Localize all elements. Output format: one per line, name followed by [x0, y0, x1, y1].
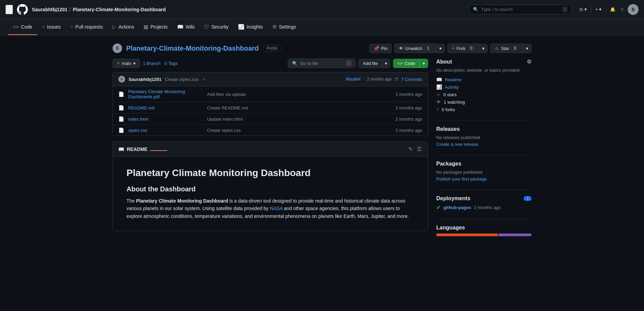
code-button[interactable]: <> Code [393, 59, 420, 68]
readme-book-icon: 📖 [118, 146, 124, 152]
issues-icon: ○ [42, 24, 45, 30]
reponav-item-security[interactable]: 🛡 Security [199, 19, 233, 35]
breadcrumb-user[interactable]: Saurabhtbj1201 [32, 7, 67, 12]
unwatch-dropdown[interactable]: ▾ [436, 44, 445, 53]
security-icon: 🛡 [204, 24, 209, 30]
search-box[interactable]: 🔍 / [469, 5, 571, 14]
reponav-item-wiki[interactable]: 📖 Wiki [172, 19, 199, 35]
file-time: 2 months ago [395, 128, 422, 133]
readme-tab-indicator [150, 150, 167, 151]
go-to-file-label: Go to file [300, 61, 318, 66]
star-dropdown[interactable]: ▾ [523, 44, 531, 53]
reponav: <> Code ○ Issues ⑂ Pull requests ▷ Actio… [0, 19, 644, 35]
avatar[interactable]: S [628, 4, 639, 15]
sidebar-watching-item: 👁 1 watching [436, 99, 531, 105]
book-icon: 📖 [436, 77, 442, 82]
copilot-button[interactable]: ⊙ ▾ [578, 5, 588, 13]
topnav-actions: ⊙ ▾ + ▾ 🔔 ⑂ S [578, 4, 639, 15]
file-icon: 📄 [118, 91, 124, 97]
releases-desc: No releases published [436, 135, 531, 140]
sidebar-gear-icon[interactable]: ⚙ [527, 58, 531, 65]
sidebar-deployments-section: Deployments 1 ✔ github-pages 2 months ag… [436, 195, 531, 211]
sidebar-releases-section: Releases No releases published Create a … [436, 126, 531, 147]
reponav-item-issues[interactable]: ○ Issues [37, 19, 66, 35]
star-button[interactable]: ☆ Star 0 [490, 44, 523, 53]
file-table-header: S Saurabhtbj1201 Create styles.css ✓ 98a… [113, 72, 428, 86]
fork-dropdown[interactable]: ▾ [479, 44, 488, 53]
commits-link[interactable]: 7 Commits [401, 77, 422, 82]
code-icon: <> [13, 24, 19, 30]
commit-check-icon: ✓ [202, 77, 206, 82]
commit-author-name[interactable]: Saurabhtbj1201 [129, 77, 162, 82]
languages-title-text: Languages [436, 225, 465, 231]
sidebar-languages-title: Languages [436, 225, 531, 231]
commit-time: 2 months ago [367, 77, 392, 82]
branches-link[interactable]: 1 Branch [143, 61, 160, 66]
repo-title[interactable]: Planetary-Climate-Monitoring-Dashboard [126, 45, 259, 52]
star-group: ☆ Star 0 ▾ [490, 44, 531, 53]
file-name[interactable]: Planetary Climate Monitoring Dashboarde.… [128, 89, 203, 99]
readme-content: Planetary Climate Monitoring Dashboard A… [113, 157, 428, 231]
code-dropdown[interactable]: ▾ [420, 59, 428, 68]
search-icon: 🔍 [473, 7, 478, 12]
fork-button[interactable]: ⑂ Fork 0 [447, 44, 479, 53]
sidebar-activity-item: 📊 Activity [436, 84, 531, 90]
menu-button[interactable]: ☰ [5, 5, 13, 14]
wiki-icon: 📖 [177, 24, 184, 30]
reponav-label-pullrequests: Pull requests [75, 24, 103, 30]
unwatch-label: Unwatch [405, 46, 423, 51]
pin-button[interactable]: 📌 Pin [369, 44, 392, 53]
activity-link[interactable]: Activity [445, 85, 459, 90]
fork-label: Fork [457, 46, 465, 51]
sidebar-about-desc: No description, website, or topics provi… [436, 68, 531, 73]
reponav-item-actions[interactable]: ▷ Actions [107, 19, 139, 35]
file-time: 2 months ago [395, 105, 422, 110]
sidebar-divider-2 [436, 155, 531, 155]
add-file-group: Add file ▾ [358, 59, 390, 68]
reponav-item-insights[interactable]: 📈 Insights [233, 19, 268, 35]
eye-icon: 👁 [399, 46, 403, 51]
fork-icon-button[interactable]: ⑂ [620, 5, 625, 13]
new-button[interactable]: + ▾ [594, 5, 603, 13]
commit-hash[interactable]: 98aa8ef [345, 77, 360, 82]
star-label: Star [501, 46, 509, 51]
github-logo[interactable] [17, 4, 28, 15]
sidebar-releases-title: Releases [436, 126, 531, 132]
pin-label: Pin [381, 46, 388, 51]
branch-selector[interactable]: ⑂ main ▾ [113, 59, 140, 68]
file-name[interactable]: README.md [128, 105, 203, 110]
go-to-file[interactable]: 🔍 Go to file t [288, 58, 356, 68]
deploy-name-link[interactable]: github-pages [443, 205, 471, 210]
sidebar-about-section: About ⚙ No description, website, or topi… [436, 58, 531, 112]
notifications-button[interactable]: 🔔 [609, 5, 617, 13]
nasa-link[interactable]: NASA [270, 206, 283, 211]
deploy-check-icon: ✔ [436, 204, 441, 211]
star-icon: ☆ [495, 46, 499, 51]
sidebar-divider-3 [436, 190, 531, 190]
breadcrumb-repo[interactable]: Planetary-Climate-Monitoring-Dashboard [73, 7, 166, 12]
tags-link[interactable]: 0 Tags [165, 61, 177, 66]
reponav-item-projects[interactable]: ▦ Projects [139, 19, 172, 35]
code-icon: <> [397, 61, 403, 66]
search-input[interactable] [481, 7, 560, 12]
reponav-item-pullrequests[interactable]: ⑂ Pull requests [66, 19, 108, 35]
unwatch-button[interactable]: 👁 Unwatch 1 [394, 44, 436, 53]
activity-icon: 📊 [436, 84, 442, 90]
readme-about-text: The Planetary Climate Monitoring Dashboa… [126, 197, 414, 220]
readme-list-button[interactable]: ☰ [416, 145, 422, 153]
readme-edit-button[interactable]: ✎ [408, 145, 413, 153]
publish-package-link[interactable]: Publish your first package [436, 176, 487, 182]
create-release-link[interactable]: Create a new release [436, 142, 478, 147]
readme-link[interactable]: Readme [445, 77, 461, 82]
add-file-dropdown[interactable]: ▾ [382, 59, 390, 68]
sidebar-languages-section: Languages [436, 225, 531, 236]
file-name[interactable]: index.html [128, 117, 203, 122]
file-name[interactable]: styles.css [128, 128, 203, 133]
add-file-button[interactable]: Add file [358, 59, 382, 68]
reponav-item-code[interactable]: <> Code [8, 19, 37, 35]
nav-divider-2 [606, 5, 606, 14]
sidebar-forks-item: ⑂ 0 forks [436, 107, 531, 112]
reponav-label-insights: Insights [247, 24, 263, 30]
sidebar-stars-item: ☆ 0 stars [436, 92, 531, 97]
reponav-item-settings[interactable]: ⚙ Settings [268, 19, 301, 35]
